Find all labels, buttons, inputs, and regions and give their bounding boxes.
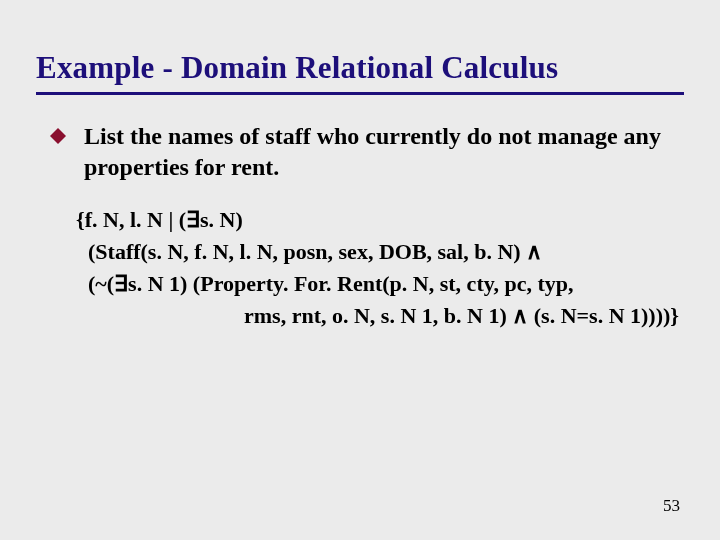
slide: Example - Domain Relational Calculus Lis… bbox=[0, 0, 720, 540]
slide-title: Example - Domain Relational Calculus bbox=[36, 50, 684, 95]
bullet-item: List the names of staff who currently do… bbox=[50, 121, 684, 182]
calculus-expression: {f. N, l. N | (∃s. N) (Staff(s. N, f. N,… bbox=[76, 204, 684, 332]
bullet-text: List the names of staff who currently do… bbox=[84, 121, 684, 182]
diamond-bullet-icon bbox=[50, 128, 66, 144]
expr-line-1: {f. N, l. N | (∃s. N) bbox=[76, 204, 684, 236]
svg-marker-0 bbox=[50, 128, 66, 144]
expr-line-4: rms, rnt, o. N, s. N 1, b. N 1) ∧ (s. N=… bbox=[76, 300, 684, 332]
expr-line-2: (Staff(s. N, f. N, l. N, posn, sex, DOB,… bbox=[76, 236, 684, 268]
page-number: 53 bbox=[663, 496, 680, 516]
expr-line-3: (~(∃s. N 1) (Property. For. Rent(p. N, s… bbox=[76, 268, 684, 300]
